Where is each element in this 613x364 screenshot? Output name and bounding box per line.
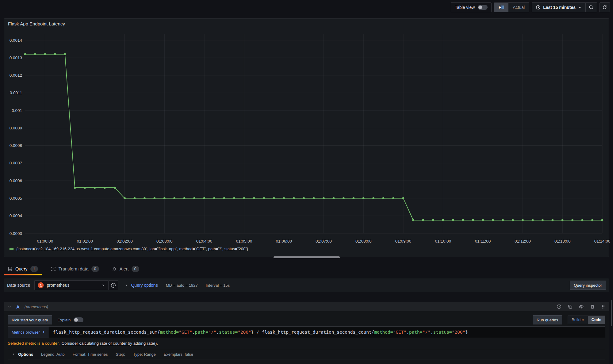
zoom-out-icon [589,5,594,10]
zoom-out-button[interactable] [586,3,597,12]
tab-count-badge: 1 [30,266,38,272]
svg-text:0.0005: 0.0005 [10,196,22,201]
svg-text:01:14:00: 01:14:00 [594,239,611,243]
svg-text:01:07:00: 01:07:00 [316,239,332,243]
collapse-chevron-icon[interactable] [8,305,11,308]
chevron-down-icon [102,283,105,287]
explain-toggle[interactable] [74,317,83,322]
refresh-button[interactable] [600,2,610,12]
scrollbar-thumb[interactable] [611,300,612,326]
svg-text:0.0008: 0.0008 [10,143,22,148]
query-options-summary-row: Options Legend: AutoFormat: Time seriesS… [8,349,605,359]
options-summary-item: Legend: Auto [41,352,65,357]
database-icon [8,266,13,271]
datasource-row: Data source prometheus ? Query options M… [4,278,609,292]
svg-text:0.0014: 0.0014 [10,38,22,43]
time-range-picker[interactable]: Last 15 minutes [532,3,585,12]
timeseries-panel: Flask App Endpoint Latency 01:00:0001:01… [4,18,609,257]
clock-icon [536,5,541,10]
svg-text:0.001: 0.001 [12,108,22,113]
code-button[interactable]: Code [588,316,605,324]
options-label: Options [18,352,33,357]
refresh-icon [602,5,607,10]
legend-label: {instance="ec2-184-169-216-224.us-west-1… [16,247,248,251]
tab-label: Query [15,266,28,271]
options-summary-item: Format: Time series [73,352,108,357]
datasource-picker[interactable]: prometheus [34,280,109,290]
datasource-help-button[interactable]: ? [109,280,118,290]
chevron-right-icon [42,331,45,334]
tab-count-badge: 0 [132,266,139,272]
explain-group: Explain [58,317,84,322]
bell-icon [112,266,117,271]
chevron-right-icon [12,353,15,356]
explain-label: Explain [58,318,71,322]
table-view-group: Table view [451,2,492,12]
options-summary-item: Exemplars: false [164,352,193,357]
svg-text:01:10:00: 01:10:00 [435,239,451,243]
fill-actual-group: Fill Actual [494,2,529,12]
svg-text:01:11:00: 01:11:00 [475,239,491,243]
table-view-toggle[interactable] [478,5,488,10]
actual-button[interactable]: Actual [508,3,529,12]
query-ref-id: A [16,304,20,309]
metrics-browser-button[interactable]: Metrics browser [8,327,49,338]
query-row-header[interactable]: A (prometheus) ? [4,302,609,311]
tab-count-badge: 0 [91,266,99,272]
svg-text:01:04:00: 01:04:00 [196,239,213,243]
svg-text:0.0011: 0.0011 [10,90,22,95]
svg-text:01:06:00: 01:06:00 [276,239,292,243]
legend-item[interactable]: {instance="ec2-184-169-216-224.us-west-1… [9,247,248,251]
latency-chart[interactable]: 01:00:0001:01:0001:02:0001:03:0001:04:00… [4,19,609,257]
max-data-points-summary: MD = auto = 1827 [166,283,198,288]
pane-resize-handle[interactable] [274,256,340,258]
builder-code-group: Builder Code [568,316,605,324]
svg-text:0.0004: 0.0004 [10,213,22,218]
query-help-button[interactable]: ? [557,304,561,309]
toggle-knob [478,6,482,9]
builder-button[interactable]: Builder [568,316,588,324]
chevron-down-icon [578,6,582,9]
panel-edit-toolbar: Table view Fill Actual Last 15 minutes [0,0,613,15]
tab-transform-data[interactable]: Transform data 0 [47,262,103,275]
time-picker-group: Last 15 minutes [532,2,597,12]
kick-start-query-button[interactable]: Kick start your query [8,315,52,324]
drag-handle-grip-icon[interactable] [601,304,605,309]
chevron-right-icon [125,284,128,287]
edit-pane-tabs: Query 1 Transform data 0 Alert 0 [4,262,143,275]
svg-text:01:02:00: 01:02:00 [117,239,133,243]
svg-text:0.0009: 0.0009 [10,126,22,130]
tab-query[interactable]: Query 1 [4,262,42,275]
options-summary-item: Step: [116,352,125,357]
query-row-body: Kick start your query Explain Run querie… [4,311,609,364]
svg-text:0.0013: 0.0013 [10,56,22,60]
delete-query-button[interactable] [590,304,595,309]
run-queries-button[interactable]: Run queries [533,315,562,324]
legend-swatch [9,248,14,250]
svg-text:0.0003: 0.0003 [10,231,22,236]
duplicate-query-button[interactable] [568,304,573,309]
options-toggle[interactable]: Options [12,352,33,357]
query-row-actions: ? [557,304,605,309]
transform-icon [51,266,56,271]
query-options-label: Query options [131,283,158,288]
fill-button[interactable]: Fill [494,3,508,12]
prometheus-icon [38,282,44,288]
datasource-label: Data source [7,283,30,288]
svg-text:01:03:00: 01:03:00 [156,239,173,243]
svg-text:01:12:00: 01:12:00 [515,239,531,243]
query-expression-input[interactable]: flask_http_request_duration_seconds_sum{… [49,327,605,338]
tab-alert[interactable]: Alert 0 [108,262,143,275]
tab-label: Alert [120,266,129,271]
query-options-toggle[interactable]: Query options [125,283,158,288]
hide-response-button[interactable] [579,304,584,309]
svg-text:01:08:00: 01:08:00 [355,239,372,243]
query-toolbar-row: Kick start your query Explain Run querie… [8,315,605,324]
interval-summary: Interval = 15s [206,283,230,288]
svg-text:01:13:00: 01:13:00 [554,239,571,243]
warning-rate-link[interactable]: Consider calculating rate of counter by … [62,341,158,346]
svg-text:0.0007: 0.0007 [10,161,22,165]
query-inspector-button[interactable]: Query inspector [570,281,606,290]
question-circle-icon: ? [111,283,116,288]
promql-editor: Metrics browser flask_http_request_durat… [8,326,605,338]
